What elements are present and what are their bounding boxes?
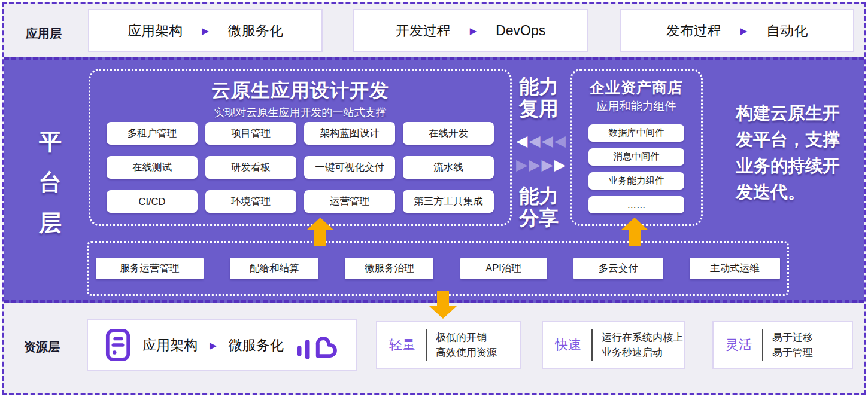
diagram-canvas: 应用层 应用架构 ▶ 微服务化 开发过程 ▶ DevOps 发布过程 ▶ 自动化… xyxy=(2,2,866,395)
design-grid-item: 一键可视化交付 xyxy=(304,156,395,179)
services-panel: 服务运营管理 配给和结算 微服务治理 API治理 多云交付 主动式运维 xyxy=(87,241,789,296)
asset-store-list: 数据库中间件 消息中间件 业务能力组件 …… xyxy=(572,124,701,213)
feature-divider xyxy=(591,329,593,361)
feature-line: 高效使用资源 xyxy=(436,345,497,360)
flow-to-label: 自动化 xyxy=(766,22,808,40)
feature-line: 业务秒速启动 xyxy=(602,345,683,360)
feature-lines: 极低的开销 高效使用资源 xyxy=(436,330,497,360)
design-grid-item: 在线开发 xyxy=(403,122,494,145)
flow-from-label: 开发过程 xyxy=(396,22,451,40)
design-grid-item: CI/CD xyxy=(107,190,198,213)
app-flow-card-architecture: 应用架构 ▶ 微服务化 xyxy=(88,9,323,52)
asset-store-item: 消息中间件 xyxy=(588,148,684,166)
feature-key: 灵活 xyxy=(726,336,752,354)
play-arrow-icon: ▶ xyxy=(210,341,217,350)
tri-left-icon: ◀ xyxy=(554,133,566,148)
capability-reuse-label: 能力复用 xyxy=(518,75,560,120)
app-layer-label: 应用层 xyxy=(26,26,62,42)
reuse-arrows-icon: ◀ ◀ ◀ ◀ xyxy=(516,133,571,148)
asset-store-panel: 企业资产商店 应用和能力组件 数据库中间件 消息中间件 业务能力组件 …… xyxy=(570,69,703,226)
slogan-text: 构建云原生开发平台，支撑业务的持续开发迭代。 xyxy=(736,100,846,205)
share-arrows-icon: ▶ ▶ ▶ ▶ xyxy=(516,157,571,172)
flow-to-label: DevOps xyxy=(496,23,545,39)
feature-line: 极低的开销 xyxy=(436,330,497,345)
design-dev-panel: 云原生应用设计开发 实现对云原生应用开发的一站式支撑 多租户管理 项目管理 架构… xyxy=(89,69,512,226)
feature-key: 轻量 xyxy=(389,336,415,354)
tri-right-icon: ▶ xyxy=(541,157,553,172)
service-item: 主动式运维 xyxy=(690,258,780,279)
service-item: 服务运营管理 xyxy=(96,258,204,279)
tri-left-icon: ◀ xyxy=(541,133,553,148)
feature-card-lightweight: 轻量 极低的开销 高效使用资源 xyxy=(376,321,521,369)
design-grid-item: 流水线 xyxy=(403,156,494,179)
asset-store-item: 业务能力组件 xyxy=(588,172,684,190)
asset-store-subtitle: 应用和能力组件 xyxy=(572,99,701,114)
feature-divider xyxy=(762,329,763,361)
feature-line: 运行在系统内核上 xyxy=(602,330,683,345)
design-dev-subtitle: 实现对云原生应用开发的一站式支撑 xyxy=(90,105,510,120)
flow-to-label: 微服务化 xyxy=(228,22,283,40)
tri-right-icon: ▶ xyxy=(516,157,527,172)
feature-lines: 运行在系统内核上 业务秒速启动 xyxy=(602,330,683,360)
design-dev-title: 云原生应用设计开发 xyxy=(90,78,510,104)
resource-layer-label: 资源层 xyxy=(24,339,60,355)
arch-from-label: 应用架构 xyxy=(142,336,198,355)
tri-left-icon: ◀ xyxy=(529,133,540,148)
play-arrow-icon: ▶ xyxy=(202,26,209,35)
asset-store-item: …… xyxy=(588,196,684,213)
design-grid-item: 多租户管理 xyxy=(107,122,198,145)
app-flow-card-devprocess: 开发过程 ▶ DevOps xyxy=(353,9,588,52)
platform-layer-label: 平台层 xyxy=(37,121,64,243)
feature-line: 易于迁移 xyxy=(772,330,813,345)
up-arrow-icon xyxy=(620,218,649,246)
feature-key: 快速 xyxy=(555,336,581,354)
up-arrow-icon xyxy=(306,218,335,246)
design-grid-item: 环境管理 xyxy=(205,190,296,213)
service-item: 多云交付 xyxy=(573,258,663,279)
cloud-logo-icon xyxy=(296,328,339,362)
feature-divider xyxy=(426,329,427,361)
play-arrow-icon: ▶ xyxy=(740,26,748,35)
arch-to-label: 微服务化 xyxy=(229,336,284,355)
tri-right-icon: ▶ xyxy=(529,157,540,172)
feature-card-flexible: 灵活 易于迁移 易于管理 xyxy=(712,321,853,369)
design-grid-item: 第三方工具集成 xyxy=(403,190,494,213)
down-arrow-icon xyxy=(429,291,457,319)
app-flow-card-release: 发布过程 ▶ 自动化 xyxy=(620,9,854,52)
service-item: 配给和结算 xyxy=(230,258,318,279)
service-item: 微服务治理 xyxy=(345,258,433,279)
resource-arch-card: 应用架构 ▶ 微服务化 xyxy=(87,319,357,371)
service-item: API治理 xyxy=(460,258,547,279)
feature-lines: 易于迁移 易于管理 xyxy=(772,330,813,360)
design-dev-grid: 多租户管理 项目管理 架构蓝图设计 在线开发 在线测试 研发看板 一键可视化交付… xyxy=(107,122,494,213)
design-grid-item: 在线测试 xyxy=(107,156,198,179)
asset-store-title: 企业资产商店 xyxy=(572,78,701,97)
flow-from-label: 发布过程 xyxy=(666,22,721,40)
feature-card-fast: 快速 运行在系统内核上 业务秒速启动 xyxy=(542,321,685,369)
play-arrow-icon: ▶ xyxy=(470,26,477,35)
design-grid-item: 研发看板 xyxy=(205,156,296,179)
flow-from-label: 应用架构 xyxy=(128,22,183,40)
capability-share-label: 能力分享 xyxy=(518,185,560,229)
design-grid-item: 架构蓝图设计 xyxy=(304,122,395,145)
server-icon xyxy=(105,328,130,362)
diagram-frame: 应用层 应用架构 ▶ 微服务化 开发过程 ▶ DevOps 发布过程 ▶ 自动化… xyxy=(0,0,868,397)
asset-store-item: 数据库中间件 xyxy=(588,124,684,142)
tri-left-icon: ◀ xyxy=(516,133,527,148)
tri-right-icon: ▶ xyxy=(554,157,566,172)
feature-line: 易于管理 xyxy=(772,345,813,360)
design-grid-item: 运营管理 xyxy=(304,190,395,213)
design-grid-item: 项目管理 xyxy=(205,122,296,145)
